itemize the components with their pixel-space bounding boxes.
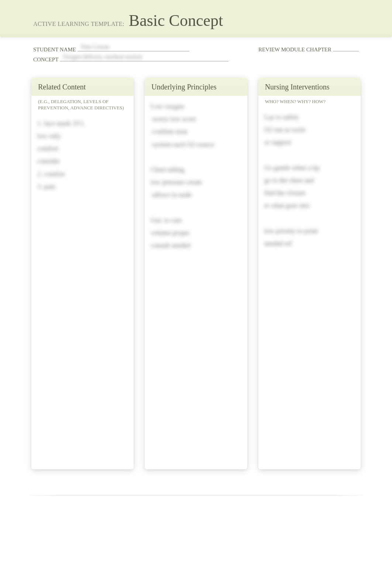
card-sub-related: (E.G., DELEGATION, LEVELS OF PREVENTION,… bbox=[31, 96, 134, 113]
chapter-field: REVIEW MODULE CHAPTER bbox=[258, 47, 359, 53]
footer-divider bbox=[22, 495, 370, 496]
chapter-line bbox=[333, 51, 359, 51]
card-header-interventions: Nursing Interventions bbox=[258, 78, 361, 96]
template-label: ACTIVE LEARNING TEMPLATE: bbox=[33, 21, 124, 27]
columns: Related Content (E.G., DELEGATION, LEVEL… bbox=[0, 67, 392, 488]
card-body-principles: Low oxygen -worry low score -confirm tre… bbox=[145, 96, 247, 256]
card-related-content: Related Content (E.G., DELEGATION, LEVEL… bbox=[31, 78, 134, 469]
card-header-principles: Underlying Principles bbox=[145, 78, 247, 96]
student-name-value: Tina Cowan bbox=[80, 44, 109, 50]
card-nursing-interventions: Nursing Interventions WHO? WHEN? WHY? HO… bbox=[258, 78, 361, 469]
card-body-interventions: Lay to safety O2 run as toxin or support… bbox=[258, 106, 361, 254]
student-name-field: STUDENT NAME Tina Cowan bbox=[33, 47, 189, 53]
card-header-related: Related Content bbox=[31, 78, 134, 96]
related-content-text: 1. face mask 10 L low only comfort consi… bbox=[37, 117, 128, 193]
student-name-line: Tina Cowan bbox=[78, 51, 189, 51]
card-sub-interventions: WHO? WHEN? WHY? HOW? bbox=[258, 96, 361, 106]
template-title: Basic Concept bbox=[129, 11, 223, 30]
card-underlying-principles: Underlying Principles Low oxygen -worry … bbox=[145, 78, 247, 469]
chapter-label: REVIEW MODULE CHAPTER bbox=[258, 47, 331, 53]
student-name-label: STUDENT NAME bbox=[33, 47, 76, 53]
card-body-related: 1. face mask 10 L low only comfort consi… bbox=[31, 113, 134, 197]
header-band: ACTIVE LEARNING TEMPLATE: Basic Concept bbox=[0, 0, 392, 37]
page-container: ACTIVE LEARNING TEMPLATE: Basic Concept … bbox=[0, 0, 392, 496]
concept-value: Oxygen delivery, tracheal suction bbox=[63, 54, 142, 60]
concept-line: Oxygen delivery, tracheal suction bbox=[60, 61, 228, 61]
interventions-text: Lay to safety O2 run as toxin or support… bbox=[264, 111, 355, 250]
concept-label: CONCEPT bbox=[33, 57, 58, 63]
meta-row: STUDENT NAME Tina Cowan REVIEW MODULE CH… bbox=[0, 37, 392, 67]
principles-text: Low oxygen -worry low score -confirm tre… bbox=[151, 100, 241, 252]
concept-field: CONCEPT Oxygen delivery, tracheal suctio… bbox=[33, 57, 228, 63]
